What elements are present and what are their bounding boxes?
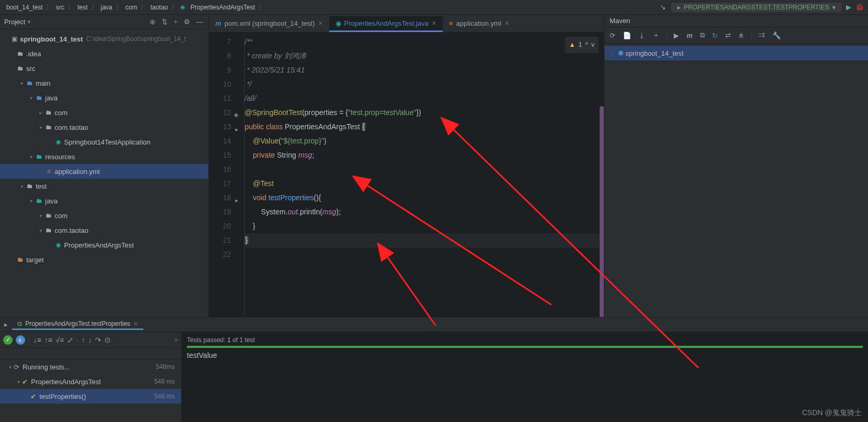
tree-item[interactable]: ≡application.yml (0, 164, 208, 179)
prev-icon[interactable]: ↑ (81, 336, 85, 344)
test-toolbar: ✓ ◐ | ↓≡ ↑≡ √≡ ⤢ | ↑ ↓ ↷ ⊙ » (0, 332, 181, 348)
breadcrumb-item[interactable]: java (99, 4, 114, 11)
chevron-icon: ▾ (37, 125, 44, 130)
toggle-offline-icon[interactable]: ⧉ (699, 30, 706, 40)
code-line[interactable]: } (245, 233, 604, 248)
skip-tests-icon[interactable]: ⇄ (724, 30, 732, 40)
tree-item[interactable]: 🖿target (0, 252, 208, 267)
chevron-down-icon[interactable]: ▾ (25, 18, 31, 26)
sort-down-icon[interactable]: ↓≡ (33, 336, 41, 344)
tree-item[interactable]: ▾🖿com (0, 208, 208, 223)
breadcrumb-item[interactable]: src (54, 4, 66, 11)
breadcrumb-item[interactable]: boot_14_test (4, 4, 45, 11)
test-row[interactable]: ▾⟳Running tests...548ms (0, 359, 181, 374)
test-output[interactable]: Tests passed: 1 of 1 test testValue (182, 332, 868, 422)
run-tab[interactable]: ⧉ PropertiesAndArgsTest.testProperties ✕ (12, 319, 143, 330)
show-deps-icon[interactable]: ⋔ (737, 30, 745, 40)
breadcrumb-item[interactable]: test (75, 4, 89, 11)
tree-item[interactable]: ▾🖿java (0, 90, 208, 105)
close-icon[interactable]: ✕ (133, 321, 138, 327)
expand-icon[interactable]: ⇅ (161, 17, 169, 27)
run-maven-icon[interactable]: ▶ (673, 30, 680, 40)
history-icon[interactable]: ⊙ (104, 336, 111, 344)
code-line[interactable]: } (245, 219, 604, 233)
project-header-label[interactable]: Project (4, 18, 25, 26)
generate-icon[interactable]: 📄 (622, 30, 632, 40)
maven-toolbar: ⟳ 📄 ⭳ ＋ | ▶ m ⧉ ↻ ⇄ ⋔ | ⮆ 🔧 (604, 27, 868, 44)
code-line[interactable]: System.out.println(msg); (245, 205, 604, 219)
code-line[interactable]: @Value("${test.prop}") (245, 134, 604, 148)
tree-item[interactable]: ▸🖿com (0, 105, 208, 120)
code-line[interactable] (245, 248, 604, 262)
add-icon[interactable]: ＋ (652, 29, 661, 41)
rerun-tests-icon[interactable]: ✓ (3, 335, 13, 345)
test-label: testProperties() (36, 393, 86, 400)
code-line[interactable] (245, 162, 604, 177)
sort-up-icon[interactable]: ↑≡ (45, 336, 53, 344)
tree-item[interactable]: ◉PropertiesAndArgsTest (0, 238, 208, 252)
tree-item[interactable]: ▾🖿com.taotao (0, 223, 208, 238)
maven-project-row[interactable]: › ⬢ springboot_14_test (604, 46, 868, 60)
chevron-up-icon[interactable]: ^ (585, 38, 588, 52)
debug-button[interactable]: 🐞 (855, 3, 864, 11)
code-line[interactable]: /all/ (245, 91, 604, 106)
maven-m-icon[interactable]: m (685, 30, 694, 40)
toggle-auto-icon[interactable]: ◐ (16, 335, 25, 345)
code-line[interactable]: @Test (245, 177, 604, 191)
cycle-icon[interactable]: ↻ (711, 30, 719, 40)
code-line[interactable]: */ (245, 77, 604, 91)
locate-icon[interactable]: ⊕ (149, 17, 156, 27)
filter-icon[interactable]: √≡ (56, 336, 64, 344)
editor-tab[interactable]: ≡application.yml✕ (443, 16, 516, 32)
tree-item[interactable]: ▾🖿com.taotao (0, 120, 208, 135)
editor-tab[interactable]: ◉PropertiesAndArgsTest.java✕ (329, 16, 443, 32)
next-icon[interactable]: ↓ (88, 336, 92, 344)
code-line[interactable]: void testProperties(){ (245, 191, 604, 205)
code-line[interactable]: * create by 刘鸿涛 (245, 49, 604, 63)
editor-tab[interactable]: mpom.xml (springboot_14_test)✕ (209, 16, 329, 32)
reload-icon[interactable]: ⟳ (609, 30, 616, 40)
breadcrumb-item[interactable]: PropertiesAndArgsTest (189, 4, 257, 11)
code-line[interactable]: /** (245, 35, 604, 49)
gear-icon[interactable]: ⚙ (183, 17, 191, 27)
run-button[interactable]: ▶ (846, 3, 851, 11)
test-row[interactable]: ▾✔PropertiesAndArgsTest548 ms (0, 374, 181, 389)
tree-item[interactable]: 🖿.idea (0, 46, 208, 61)
tree-item[interactable]: ▾🖿resources (0, 149, 208, 164)
tree-item[interactable]: ▾🖿main (0, 76, 208, 90)
settings-icon[interactable]: 🔧 (771, 30, 782, 40)
chevron-icon: ▸ (37, 110, 44, 116)
scrollbar-marker[interactable] (600, 106, 604, 317)
code-line[interactable]: private String msg; (245, 148, 604, 162)
close-icon[interactable]: ✕ (318, 20, 323, 27)
breadcrumb-item[interactable]: taotao (148, 4, 170, 11)
run-gutter-icon[interactable]: ▸ (235, 122, 238, 137)
tree-item[interactable]: 🖿src (0, 61, 208, 76)
test-status-prefix: Tests passed: (187, 336, 225, 344)
tree-item[interactable]: ▾🖿java (0, 193, 208, 208)
run-gutter-icon[interactable]: ▸ (235, 193, 238, 208)
project-root[interactable]: ▣ springboot_14_test C:\idea\SpringBoot\… (0, 32, 208, 46)
run-config-selector[interactable]: ▸ PROPERTIESANDARGSTEST.TESTPROPERTIES ▾ (671, 3, 842, 12)
export-icon[interactable]: ↷ (95, 336, 101, 344)
chevron-down-icon[interactable]: v (591, 38, 594, 52)
test-row[interactable]: ✔testProperties()548 ms (0, 389, 181, 404)
inspections-widget[interactable]: ▲ 1 ^ v (565, 37, 599, 53)
expand-all-icon[interactable]: ⤢ (67, 336, 74, 344)
code-line[interactable]: public class PropertiesAndArgsTest { (245, 120, 604, 134)
breadcrumb-item[interactable]: com (123, 4, 140, 11)
code-line[interactable]: * 2022/5/21 15:41 (245, 63, 604, 77)
collapse-all-icon[interactable]: ⮆ (757, 30, 766, 40)
close-icon[interactable]: ✕ (505, 20, 509, 27)
code[interactable]: ▲ 1 ^ v /** * create by 刘鸿涛 * 2022/5/21 … (245, 33, 604, 317)
tree-item[interactable]: ▾🖿test (0, 179, 208, 193)
download-icon[interactable]: ⭳ (637, 30, 646, 40)
code-line[interactable]: @SpringBootTest(properties = {"test.prop… (245, 106, 604, 120)
hide-icon[interactable]: — (195, 17, 204, 27)
close-icon[interactable]: ✕ (432, 20, 436, 27)
collapse-icon[interactable]: ÷ (173, 17, 179, 27)
editor-body[interactable]: 789101112❀13▸1415161718▸19202122 ▲ 1 ^ v… (209, 33, 604, 317)
tree-item[interactable]: ◉Springboot14TestApplication (0, 135, 208, 149)
more-icon[interactable]: » (174, 336, 178, 344)
build-icon[interactable]: ↘ (659, 2, 667, 12)
